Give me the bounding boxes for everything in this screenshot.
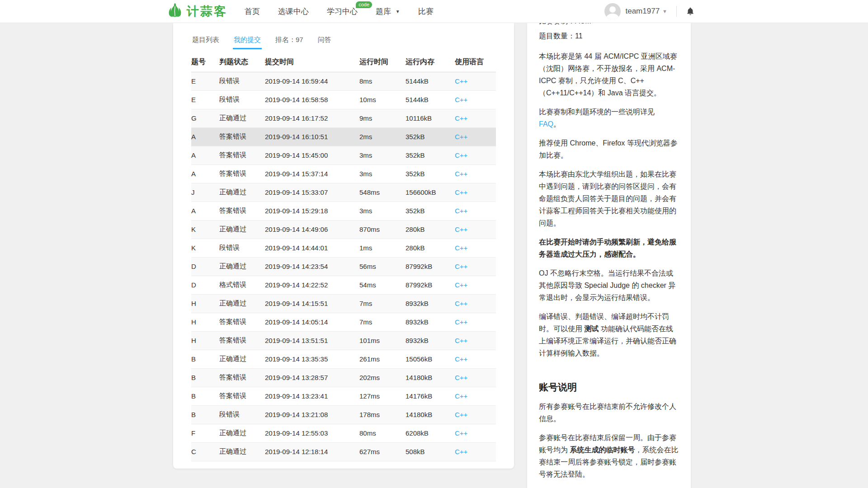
garlic-logo-icon (166, 1, 184, 21)
notification-bell-icon[interactable] (686, 6, 695, 16)
faq-paragraph: 比赛赛制和判题环境的一些说明详见 FAQ。 (539, 106, 679, 130)
contest-description: 本场比赛是第 44 届 ACM/ICPC 亚洲区域赛（沈阳）网络赛，不开放报名，… (539, 50, 679, 99)
submission-row[interactable]: B正确通过2019-09-14 13:35:35261ms15056kBC++ (191, 350, 496, 368)
submission-row[interactable]: E段错误2019-09-14 16:59:448ms5144kBC++ (191, 72, 496, 90)
language-link[interactable]: C++ (455, 392, 467, 400)
run-memory: 5144kB (406, 90, 455, 109)
submission-row[interactable]: D格式错误2019-09-14 14:22:5254ms87992kBC++ (191, 276, 496, 294)
submit-time: 2019-09-14 16:59:44 (265, 72, 359, 90)
language-link[interactable]: C++ (455, 225, 467, 233)
language-link[interactable]: C++ (455, 411, 467, 418)
language-link[interactable]: C++ (455, 151, 467, 159)
language-link[interactable]: C++ (455, 170, 467, 178)
submission-row[interactable]: G正确通过2019-09-14 16:17:529ms10116kBC++ (191, 109, 496, 127)
submission-row[interactable]: A答案错误2019-09-14 15:37:143ms352kBC++ (191, 164, 496, 183)
language-link[interactable]: C++ (455, 96, 467, 103)
submit-time: 2019-09-14 14:05:14 (265, 313, 359, 331)
run-memory: 352kB (406, 127, 455, 146)
language-link[interactable]: C++ (455, 133, 467, 141)
language-link[interactable]: C++ (455, 114, 467, 122)
language-cell: C++ (455, 368, 496, 387)
language-link[interactable]: C++ (455, 207, 467, 215)
language-link[interactable]: C++ (455, 355, 467, 363)
language-link[interactable]: C++ (455, 374, 467, 381)
language-link[interactable]: C++ (455, 448, 467, 455)
submission-row[interactable]: A答案错误2019-09-14 15:29:183ms352kBC++ (191, 202, 496, 220)
tab-problem-list[interactable]: 题目列表 (191, 36, 220, 49)
submission-row[interactable]: J正确通过2019-09-14 15:33:07548ms156600kBC++ (191, 183, 496, 202)
run-time: 127ms (359, 387, 406, 405)
submission-row[interactable]: A答案错误2019-09-14 15:45:003ms352kBC++ (191, 146, 496, 164)
language-link[interactable]: C++ (455, 263, 467, 270)
nav-item-learning[interactable]: 学习中心 code (327, 6, 358, 17)
faq-link[interactable]: FAQ (539, 120, 553, 128)
run-memory: 280kB (406, 220, 455, 239)
run-memory: 156600kB (406, 183, 455, 202)
judge-status: 答案错误 (219, 202, 265, 220)
chevron-down-icon[interactable]: ▼ (662, 9, 667, 14)
submission-row[interactable]: D正确通过2019-09-14 14:23:5456ms87992kBC++ (191, 257, 496, 276)
language-link[interactable]: C++ (455, 188, 467, 196)
submission-row[interactable]: K段错误2019-09-14 14:44:011ms280kBC++ (191, 239, 496, 257)
judge-status: 正确通过 (219, 183, 265, 202)
problem-count: 题目数量：11 (539, 30, 679, 42)
language-link[interactable]: C++ (455, 300, 467, 307)
submission-row[interactable]: K正确通过2019-09-14 14:49:06870ms280kBC++ (191, 220, 496, 239)
nav-item-problemset[interactable]: 题库 ▼ (376, 6, 400, 17)
language-link[interactable]: C++ (455, 429, 467, 437)
submission-row[interactable]: B答案错误2019-09-14 13:28:57202ms14180kBC++ (191, 368, 496, 387)
language-cell: C++ (455, 276, 496, 294)
submission-row[interactable]: H答案错误2019-09-14 13:51:51101ms8932kBC++ (191, 331, 496, 350)
submit-time: 2019-09-14 13:21:08 (265, 405, 359, 424)
run-memory: 352kB (406, 164, 455, 183)
submission-row[interactable]: H答案错误2019-09-14 14:05:147ms8932kBC++ (191, 313, 496, 331)
username-dropdown[interactable]: team1977 (625, 7, 660, 16)
run-time: 3ms (359, 202, 406, 220)
judge-status: 答案错误 (219, 331, 265, 350)
oj-note: OJ 不忽略行末空格。当运行结果不合法或其他原因导致 Special Judge… (539, 267, 679, 304)
run-time: 548ms (359, 183, 406, 202)
run-memory: 8932kB (406, 331, 455, 350)
language-cell: C++ (455, 257, 496, 276)
problem-id: E (191, 90, 219, 109)
language-cell: C++ (455, 424, 496, 442)
nav-item-contests[interactable]: 比赛 (418, 6, 434, 17)
language-link[interactable]: C++ (455, 337, 467, 344)
temp-account-label: 系统生成的临时账号 (570, 446, 635, 454)
submission-row[interactable]: B段错误2019-09-14 13:21:08178ms14180kBC++ (191, 405, 496, 424)
submission-row[interactable]: F正确通过2019-09-14 12:55:0380ms6208kBC++ (191, 424, 496, 442)
run-time: 80ms (359, 424, 406, 442)
submission-row[interactable]: B答案错误2019-09-14 13:23:41127ms14176kBC++ (191, 387, 496, 405)
judge-status: 正确通过 (219, 350, 265, 368)
submission-row[interactable]: H正确通过2019-09-14 14:15:517ms8932kBC++ (191, 294, 496, 313)
tab-ranking[interactable]: 排名：97 (274, 36, 304, 49)
language-cell: C++ (455, 109, 496, 127)
language-link[interactable]: C++ (455, 318, 467, 326)
contest-info-panel: 比赛赛制：ACM 题目数量：11 本场比赛是第 44 届 ACM/ICPC 亚洲… (527, 23, 691, 488)
submit-time: 2019-09-14 15:33:07 (265, 183, 359, 202)
submission-row[interactable]: A答案错误2019-09-14 16:10:512ms352kBC++ (191, 127, 496, 146)
run-time: 2ms (359, 127, 406, 146)
submission-row[interactable]: C正确通过2019-09-14 12:18:14627ms508kBC++ (191, 442, 496, 461)
brand-logo[interactable]: 计蒜客 (166, 1, 227, 21)
judge-status: 格式错误 (219, 276, 265, 294)
language-link[interactable]: C++ (455, 244, 467, 252)
tab-my-submissions[interactable]: 我的提交 (233, 36, 262, 49)
nav-item-courses[interactable]: 选课中心 (278, 6, 309, 17)
language-link[interactable]: C++ (455, 77, 467, 85)
problem-id: G (191, 109, 219, 127)
problem-id: F (191, 424, 219, 442)
problem-id: H (191, 294, 219, 313)
language-cell: C++ (455, 127, 496, 146)
nav-item-home[interactable]: 首页 (245, 6, 260, 17)
problem-id: B (191, 405, 219, 424)
language-link[interactable]: C++ (455, 281, 467, 289)
run-time: 627ms (359, 442, 406, 461)
submissions-table: 题号 判题状态 提交时间 运行时间 运行内存 使用语言 E段错误2019-09-… (191, 53, 496, 461)
submission-row[interactable]: E段错误2019-09-14 16:58:5810ms5144kBC++ (191, 90, 496, 109)
tab-qa[interactable]: 问答 (317, 36, 332, 49)
judge-status: 正确通过 (219, 294, 265, 313)
browser-recommendation: 推荐使用 Chrome、Firefox 等现代浏览器参加比赛。 (539, 137, 679, 161)
judge-status: 段错误 (219, 405, 265, 424)
avatar[interactable] (604, 3, 621, 19)
